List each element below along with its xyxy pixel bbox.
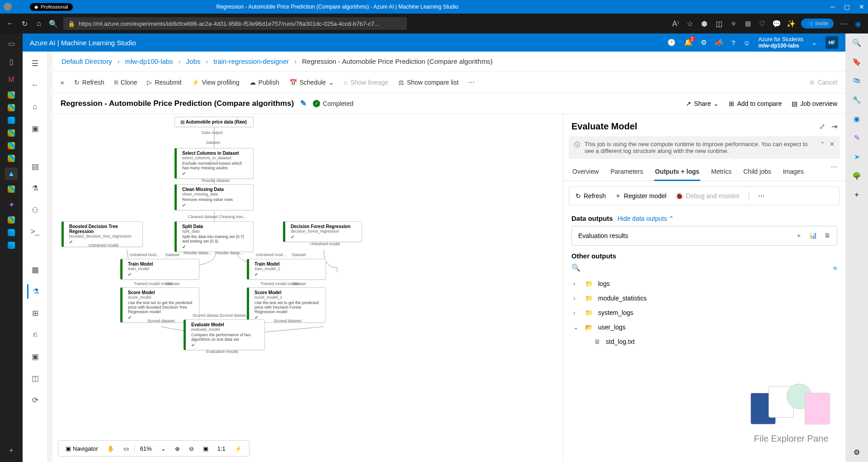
tree-logs[interactable]: ›📁logs [571, 276, 748, 291]
endpoints-icon[interactable]: ⟳ [28, 393, 42, 407]
chart-output-icon[interactable]: 📊 [809, 232, 817, 240]
node-score2[interactable]: Score Model score_model_1 Use the test s… [247, 287, 326, 323]
chevron-down-icon[interactable]: ⌄ [811, 38, 817, 47]
ms-icon-7[interactable] [8, 216, 15, 224]
breadcrumb-workspace[interactable]: mlw-dp100-labs [125, 57, 173, 65]
navigator-button[interactable]: ▣ Navigator [62, 443, 102, 454]
tree-std-log[interactable]: 🗎std_log.txt [571, 334, 748, 349]
notebooks-icon[interactable]: ▤ [28, 159, 42, 174]
search-browser-icon[interactable]: 🔍 [49, 19, 58, 28]
node-forest[interactable]: Decision Forest Regression decision_fore… [283, 221, 362, 242]
favorite-icon[interactable]: ☆ [685, 19, 694, 28]
back-nav-icon[interactable]: ← [28, 78, 42, 92]
jobs-icon[interactable]: ⚗ [27, 284, 42, 299]
add-tab-icon[interactable]: ＋ [5, 444, 18, 457]
outlook-icon[interactable]: ◉ [851, 113, 862, 124]
popout-icon[interactable]: ⇥ [831, 122, 837, 131]
settings-side-icon[interactable]: ⚙ [851, 447, 862, 457]
home-icon[interactable]: ⌂ [34, 19, 43, 28]
favorites-bar-icon[interactable]: ✧ [729, 19, 738, 28]
tab-images[interactable]: Images [782, 163, 805, 181]
fit-icon[interactable]: ▣ [199, 443, 212, 454]
search-side-icon[interactable]: 🔍 [851, 37, 862, 48]
pipeline-canvas[interactable]: ▤ Automobile price data (Raw) Data outpu… [52, 114, 563, 462]
resubmit-button[interactable]: ▷ Resubmit [147, 79, 181, 86]
pan-icon[interactable]: ✋ [104, 443, 118, 454]
actual-size-icon[interactable]: 1:1 [214, 443, 229, 454]
page-icon[interactable]: ▯ [5, 55, 18, 68]
send-icon[interactable]: ➤ [851, 151, 862, 162]
settings-icon[interactable]: ⚙ [701, 38, 707, 47]
node-select-cols[interactable]: Select Columns in Dataset select_columns… [175, 148, 254, 179]
share-button[interactable]: ↗ Share ⌄ [686, 100, 719, 107]
zoom-out-icon[interactable]: ⊖ [185, 443, 198, 454]
feedback-icon[interactable]: 📣 [715, 38, 723, 47]
copilot-icon[interactable]: ✨ [787, 19, 796, 28]
ms-icon-6[interactable] [8, 186, 15, 193]
designer-icon[interactable]: ⚇ [28, 203, 42, 217]
performance-icon[interactable]: ♡ [758, 19, 767, 28]
profile-badge[interactable]: ◆ Professional [30, 3, 73, 11]
ms-icon-4[interactable] [8, 142, 15, 149]
node-train2[interactable]: Train Model train_model_1 ✔ [247, 259, 326, 280]
add-compare-button[interactable]: ⊞ Add to compare [729, 100, 782, 107]
tabs-icon[interactable]: ▭ [5, 37, 18, 50]
collections-icon[interactable]: ⊞ [743, 19, 752, 28]
catalog-icon[interactable]: ▣ [28, 121, 42, 136]
pipelines-icon[interactable]: ⎌ [28, 328, 42, 342]
shopping-icon[interactable]: 🛍 [851, 75, 862, 86]
hide-outputs-link[interactable]: Hide data outputs ⌃ [618, 215, 675, 222]
breadcrumb-jobs[interactable]: Jobs [186, 57, 201, 65]
read-aloud-icon[interactable]: A⁾ [671, 19, 680, 28]
account-box[interactable]: Azure for Students mlw-dp100-labs [759, 36, 803, 49]
copilot-side-icon[interactable]: ◉ [854, 19, 863, 28]
select-icon[interactable]: ▭ [120, 443, 132, 454]
tab-metrics[interactable]: Metrics [710, 163, 732, 181]
clone-button[interactable]: ⎘ Clone [114, 79, 137, 86]
url-bar[interactable]: 🔒 https://ml.azure.com/experiments/id/8c… [63, 17, 407, 30]
job-overview-button[interactable]: ▤ Job overview [792, 100, 837, 107]
menu-icon[interactable]: ☰ [28, 56, 42, 71]
zoom-level[interactable]: 61% [137, 443, 156, 454]
tree-module-stats[interactable]: ›📁module_statistics [571, 291, 748, 305]
home-nav-icon[interactable]: ⌂ [28, 100, 42, 114]
breadcrumb-root[interactable]: Default Directory [61, 57, 112, 65]
close-notice-icon[interactable]: ✕ [830, 141, 835, 148]
node-evaluate[interactable]: Evaluate Model evaluate_model Compare th… [184, 319, 265, 350]
add-output-icon[interactable]: ＋ [796, 232, 802, 240]
azure-icon-2[interactable] [8, 229, 15, 236]
tab-outputs[interactable]: Outputs + logs [654, 163, 700, 181]
clock-icon[interactable]: 🕐 [667, 38, 676, 47]
invite-button[interactable]: 👥 Invite [801, 19, 834, 29]
edit-title-icon[interactable]: ✎ [300, 99, 307, 108]
azure-icon-1[interactable] [8, 117, 15, 124]
tab-parameters[interactable]: Parameters [609, 163, 644, 181]
bookmark-side-icon[interactable]: 🔖 [851, 56, 862, 67]
node-clean[interactable]: Clean Missing Data clean_missing_data Re… [175, 184, 254, 210]
autolayout-icon[interactable]: ⚡ [231, 443, 245, 454]
environments-icon[interactable]: ▣ [28, 349, 42, 364]
browser-tab[interactable]: ▲ Regression - Automobile Price Predicti… [208, 4, 458, 10]
extensions-icon[interactable]: ⬢ [700, 19, 709, 28]
back-icon[interactable]: ← [5, 19, 14, 28]
tree-user-logs[interactable]: ⌄📂user_logs [571, 320, 748, 334]
prompt-icon[interactable]: >_ [28, 224, 42, 239]
ms-icon-5[interactable] [8, 155, 15, 162]
tree-system-logs[interactable]: ›📁system_logs [571, 305, 748, 320]
profiling-button[interactable]: ⚡ View profiling [192, 79, 240, 86]
tab-child-jobs[interactable]: Child jobs [742, 163, 772, 181]
minimize-icon[interactable]: ─ [830, 3, 835, 10]
collapse-tree-icon[interactable]: « [833, 264, 837, 272]
avatar[interactable]: HF [826, 36, 838, 49]
smile-icon[interactable]: ☺ [743, 39, 750, 47]
help-icon[interactable]: ? [731, 39, 735, 47]
file-output-icon[interactable]: 🗎 [824, 232, 830, 240]
expand-icon[interactable]: ⤢ [819, 122, 825, 131]
maximize-icon[interactable]: ▢ [844, 3, 850, 10]
ms-icon-2[interactable] [8, 104, 15, 111]
register-model-button[interactable]: ＋ Register model [615, 192, 666, 200]
purple-icon[interactable]: ✦ [5, 198, 18, 211]
refresh-button[interactable]: ↻ Refresh [74, 79, 104, 86]
tab-overview[interactable]: Overview [571, 163, 599, 181]
chat-icon[interactable]: 💬 [772, 19, 781, 28]
